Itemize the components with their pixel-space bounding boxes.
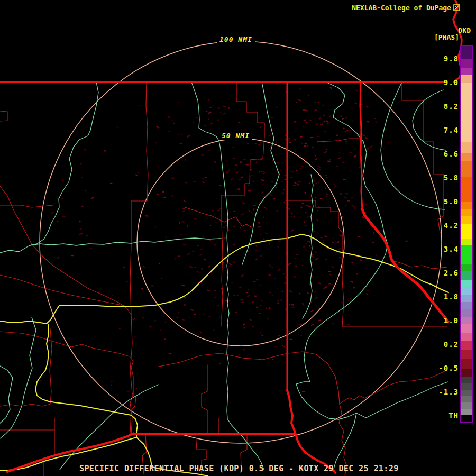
scale-color-segment [461, 142, 472, 153]
scale-color-segment [461, 324, 472, 333]
scale-color-segment [461, 224, 472, 239]
scale-tick-label: 9.8 [422, 54, 459, 63]
scale-color-segment [461, 333, 472, 341]
scale-tick-label: 8.2 [422, 102, 459, 111]
product-units-label: [PHAS] [434, 33, 459, 41]
scale-color-segment [461, 415, 472, 422]
scale-tick-label: TH [422, 411, 459, 420]
scale-tick-label: -0.5 [422, 364, 459, 372]
source-title-text: NEXLAB-College of DuPage [352, 4, 451, 12]
scale-color-segment [461, 383, 472, 390]
product-code-label: DKD [459, 26, 471, 34]
scale-tick-label: 3.4 [422, 245, 459, 253]
scale-color-segment [461, 68, 472, 75]
scale-color-segment [461, 359, 472, 369]
scale-color-segment [461, 216, 472, 224]
scale-color-segment [461, 341, 472, 350]
scale-color-segment [461, 317, 472, 324]
scale-color-segment [461, 245, 472, 264]
scale-color-segment [461, 390, 472, 396]
scale-tick-label: 4.2 [422, 221, 459, 230]
scale-tick-label: 9.0 [422, 78, 459, 87]
scale-color-segment [461, 161, 472, 177]
scale-color-segment [461, 83, 472, 142]
scale-tick-label: 5.8 [422, 173, 459, 182]
color-scale-bar [460, 45, 473, 423]
scale-color-segment [461, 295, 472, 302]
scale-color-segment [461, 271, 472, 280]
scale-color-segment [461, 209, 472, 216]
scale-tick-label: -1.3 [422, 388, 459, 396]
radar-display: NEXLAB-College of DuPage DKD [PHAS] 50 N… [0, 0, 476, 476]
scale-tick-label: 7.4 [422, 126, 459, 134]
scale-tick-label: 1.8 [422, 292, 459, 301]
scale-color-segment [461, 153, 472, 161]
scale-tick-label: 1.0 [422, 316, 459, 325]
scale-color-segment [461, 239, 472, 245]
scale-tick-label: 5.0 [422, 197, 459, 206]
scale-color-segment [461, 59, 472, 68]
scale-color-segment [461, 202, 472, 209]
scale-color-segment [461, 177, 472, 202]
state-borders [0, 0, 462, 473]
ring-label-50nmi: 50 NMI [219, 132, 252, 140]
scale-color-segment [461, 396, 472, 402]
product-caption: SPECIFIC DIFFERENTIAL PHASE (KDP) 0.5 DE… [79, 464, 399, 473]
radar-map [0, 0, 476, 476]
scale-color-segment [461, 302, 472, 309]
scale-color-segment [461, 350, 472, 359]
scale-color-segment [461, 75, 472, 83]
map-lines [0, 0, 462, 476]
scale-color-segment [461, 264, 472, 271]
source-title: NEXLAB-College of DuPage [352, 4, 460, 13]
scale-tick-label: 2.6 [422, 269, 459, 277]
scale-color-segment [461, 402, 472, 409]
scale-color-segment [461, 369, 472, 377]
ring-label-100nmi: 100 NMI [217, 35, 255, 43]
scale-color-segment [461, 46, 472, 59]
scale-color-segment [461, 309, 472, 317]
scale-tick-label: 0.2 [422, 340, 459, 349]
scale-tick-label: 6.6 [422, 150, 459, 158]
highways [0, 234, 448, 476]
scale-color-segment [461, 377, 472, 383]
scale-color-segment [461, 287, 472, 295]
scale-color-segment [461, 409, 472, 415]
scale-color-segment [461, 280, 472, 287]
cod-logo-icon [453, 5, 460, 13]
